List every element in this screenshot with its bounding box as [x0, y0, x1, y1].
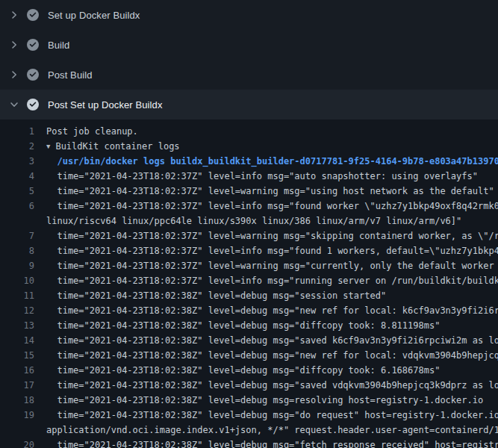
log-line-number[interactable]: 4	[0, 169, 34, 184]
log-line: 6 time="2021-04-23T18:02:37Z" level=info…	[0, 199, 498, 214]
log-line-text: /usr/bin/docker logs buildx_buildkit_bui…	[34, 154, 498, 169]
step-label: Post Build	[48, 69, 93, 81]
log-line-number[interactable]: 2	[0, 139, 34, 154]
log-line-text: time="2021-04-23T18:02:37Z" level=warnin…	[34, 258, 498, 273]
log-line-number[interactable]: 10	[0, 273, 34, 288]
log-line: 14 time="2021-04-23T18:02:38Z" level=deb…	[0, 333, 498, 348]
log-line-number[interactable]: 1	[0, 124, 34, 139]
log-line-number[interactable]: 7	[0, 228, 34, 243]
check-circle-icon	[27, 39, 39, 51]
log-line: 18 time="2021-04-23T18:02:38Z" level=deb…	[0, 393, 498, 408]
log-line: 11 time="2021-04-23T18:02:38Z" level=deb…	[0, 288, 498, 303]
check-circle-icon	[27, 9, 39, 21]
log-line-number[interactable]: 19	[0, 408, 34, 423]
log-line: 19 time="2021-04-23T18:02:38Z" level=deb…	[0, 408, 498, 423]
log-line: 20 time="2021-04-23T18:02:38Z" level=deb…	[0, 438, 498, 448]
log-line-wrap-continuation: application/vnd.oci.image.index.v1+json,…	[0, 423, 498, 438]
step-header-post-build[interactable]: Post Build	[0, 60, 498, 90]
log-line-number[interactable]: 20	[0, 438, 34, 448]
steps-list: Set up Docker Buildx Build Post Build Po…	[0, 0, 498, 119]
log-line-number	[0, 214, 34, 228]
log-group-toggle[interactable]: 2 ▼BuildKit container logs	[0, 139, 498, 154]
log-line-number[interactable]: 6	[0, 199, 34, 214]
log-line-number[interactable]: 11	[0, 288, 34, 303]
log-viewer: 1 Post job cleanup. 2 ▼BuildKit containe…	[0, 119, 498, 448]
log-line-text: application/vnd.oci.image.index.v1+json,…	[34, 423, 498, 438]
log-line-text: time="2021-04-23T18:02:38Z" level=debug …	[34, 363, 440, 378]
step-header-post-set-up-docker-buildx[interactable]: Post Set up Docker Buildx	[0, 90, 498, 119]
log-group-label: BuildKit container logs	[55, 141, 179, 152]
log-line: 3 /usr/bin/docker logs buildx_buildkit_b…	[0, 154, 498, 169]
step-label: Set up Docker Buildx	[48, 10, 140, 21]
log-line-wrap-continuation: linux/riscv64 linux/ppc64le linux/s390x …	[0, 214, 498, 228]
log-line-number[interactable]: 14	[0, 333, 34, 348]
log-line-number[interactable]: 8	[0, 243, 34, 258]
log-line-text: time="2021-04-23T18:02:38Z" level=debug …	[34, 303, 498, 318]
log-group-collapse-icon: ▼	[46, 139, 50, 154]
log-line: 8 time="2021-04-23T18:02:37Z" level=info…	[0, 243, 498, 258]
log-line: 15 time="2021-04-23T18:02:38Z" level=deb…	[0, 348, 498, 363]
chevron-right-icon	[9, 10, 27, 20]
log-line-text: time="2021-04-23T18:02:37Z" level=warnin…	[34, 184, 494, 199]
log-line-number[interactable]: 5	[0, 184, 34, 199]
log-line-text: time="2021-04-23T18:02:37Z" level=info m…	[34, 169, 478, 184]
log-line-text: time="2021-04-23T18:02:37Z" level=warnin…	[34, 228, 498, 243]
log-line-text: time="2021-04-23T18:02:38Z" level=debug …	[34, 408, 498, 423]
log-line: 17 time="2021-04-23T18:02:38Z" level=deb…	[0, 378, 498, 393]
log-line-text: ▼BuildKit container logs	[34, 139, 180, 154]
log-line-text: time="2021-04-23T18:02:38Z" level=debug …	[34, 393, 483, 408]
log-line: 16 time="2021-04-23T18:02:38Z" level=deb…	[0, 363, 498, 378]
chevron-right-icon	[9, 69, 27, 80]
step-header-set-up-docker-buildx[interactable]: Set up Docker Buildx	[0, 0, 498, 30]
log-line-text: time="2021-04-23T18:02:38Z" level=debug …	[34, 333, 498, 348]
step-header-build[interactable]: Build	[0, 30, 498, 60]
log-line-number[interactable]: 3	[0, 154, 34, 169]
log-line: 9 time="2021-04-23T18:02:37Z" level=warn…	[0, 258, 498, 273]
step-label: Build	[48, 40, 69, 51]
log-line-text: time="2021-04-23T18:02:37Z" level=info m…	[34, 243, 498, 258]
log-line-number[interactable]: 18	[0, 393, 34, 408]
log-line: 7 time="2021-04-23T18:02:37Z" level=warn…	[0, 228, 498, 243]
log-line: 13 time="2021-04-23T18:02:38Z" level=deb…	[0, 318, 498, 333]
log-line-number[interactable]: 13	[0, 318, 34, 333]
log-line: 5 time="2021-04-23T18:02:37Z" level=warn…	[0, 184, 498, 199]
job-log-panel: Set up Docker Buildx Build Post Build Po…	[0, 0, 498, 448]
step-label: Post Set up Docker Buildx	[48, 99, 163, 111]
log-line-text: time="2021-04-23T18:02:38Z" level=debug …	[34, 288, 386, 303]
log-line-text: time="2021-04-23T18:02:38Z" level=debug …	[34, 348, 498, 363]
log-line-text: time="2021-04-23T18:02:37Z" level=info m…	[34, 273, 498, 288]
check-circle-icon	[27, 69, 39, 81]
chevron-right-icon	[9, 40, 27, 50]
log-line-number	[0, 423, 34, 438]
log-line-text: time="2021-04-23T18:02:38Z" level=debug …	[34, 378, 498, 393]
log-line-text: linux/riscv64 linux/ppc64le linux/s390x …	[34, 214, 461, 228]
log-line-text: time="2021-04-23T18:02:38Z" level=debug …	[34, 318, 440, 333]
log-line-number[interactable]: 16	[0, 363, 34, 378]
log-line-text: Post job cleanup.	[34, 124, 138, 139]
log-line-number[interactable]: 9	[0, 258, 34, 273]
log-line: 10 time="2021-04-23T18:02:37Z" level=inf…	[0, 273, 498, 288]
check-circle-icon	[27, 99, 39, 111]
log-line-text: time="2021-04-23T18:02:37Z" level=info m…	[34, 199, 498, 214]
log-line-number[interactable]: 17	[0, 378, 34, 393]
log-line-number[interactable]: 15	[0, 348, 34, 363]
log-line-number[interactable]: 12	[0, 303, 34, 318]
log-line: 4 time="2021-04-23T18:02:37Z" level=info…	[0, 169, 498, 184]
log-line: 12 time="2021-04-23T18:02:38Z" level=deb…	[0, 303, 498, 318]
log-line-text: time="2021-04-23T18:02:38Z" level=debug …	[34, 438, 498, 448]
log-line: 1 Post job cleanup.	[0, 124, 498, 139]
chevron-down-icon	[9, 99, 27, 110]
